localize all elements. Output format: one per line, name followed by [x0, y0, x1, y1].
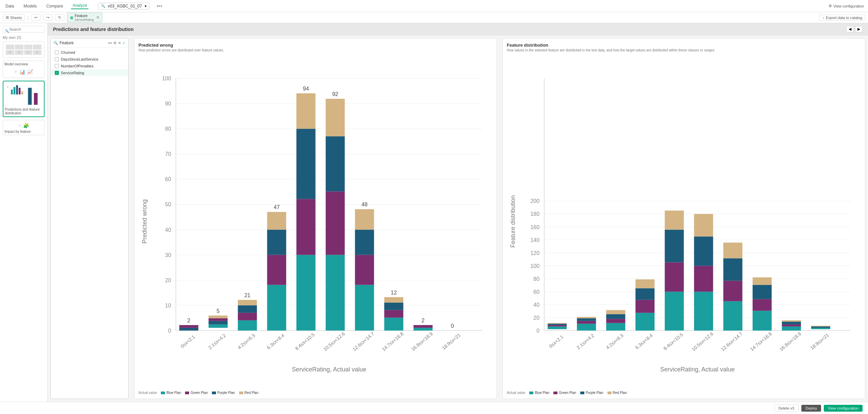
refresh-btn[interactable]: ↻	[55, 14, 64, 21]
export-btn[interactable]: ↑ Export data to catalog	[819, 15, 865, 21]
feature-dist-title: Feature distribution	[507, 43, 861, 48]
svg-text:10.5≤x<12.6: 10.5≤x<12.6	[691, 331, 715, 352]
svg-text:12.6≤x<14.7: 12.6≤x<14.7	[352, 331, 375, 352]
nav-data[interactable]: Data	[4, 4, 15, 9]
svg-text:8.4≤x<10.5: 8.4≤x<10.5	[294, 332, 316, 351]
charts-row: 🔍 Feature ••• ⚙ ✕ ✓ Churned	[48, 35, 868, 402]
feature-item-servicerating[interactable]: ✓ ServiceRating	[51, 69, 128, 76]
settings-icon-sm[interactable]: ⚙	[113, 41, 117, 45]
sidebar: 🔍 My own (3) + + + +	[0, 23, 48, 402]
svg-text:4.2≤x<6.3: 4.2≤x<6.3	[605, 333, 624, 350]
checkbox-churned[interactable]	[55, 50, 59, 54]
svg-rect-46	[267, 230, 286, 255]
sidebar-card-impact[interactable]: + 🧩 Impact by feature	[3, 120, 45, 135]
svg-text:60: 60	[533, 289, 539, 295]
svg-rect-139	[753, 277, 772, 285]
svg-text:80: 80	[533, 276, 539, 282]
svg-text:90: 90	[165, 101, 171, 107]
delete-btn[interactable]: Delete v3	[774, 404, 799, 412]
fd-bar-5	[694, 214, 713, 330]
svg-rect-35	[208, 321, 228, 324]
svg-text:16.8≤x<18.9: 16.8≤x<18.9	[410, 331, 434, 352]
search-input[interactable]	[3, 26, 45, 33]
svg-text:6.3≤x<8.4: 6.3≤x<8.4	[266, 333, 285, 350]
legend-label-purple-1: Purple Plan	[217, 391, 235, 395]
svg-rect-118	[606, 314, 625, 319]
svg-text:4.2≤x<6.3: 4.2≤x<6.3	[236, 333, 256, 350]
svg-rect-44	[267, 285, 286, 331]
grid-icon: ⊞	[6, 15, 9, 20]
sidebar-card-predictions[interactable]: + Predictions and feature distribution	[3, 81, 45, 117]
svg-text:2.1≤x<4.2: 2.1≤x<4.2	[575, 333, 595, 350]
fd-bar-7	[753, 277, 772, 331]
svg-text:92: 92	[332, 91, 338, 97]
tab-name: Feature	[74, 14, 94, 18]
checkbox-penalties[interactable]	[55, 64, 59, 68]
svg-rect-0	[11, 90, 13, 94]
feature-item-penalties[interactable]: NumberOfPenalties	[51, 63, 128, 69]
sidebar-card-mini[interactable]: + + + +	[3, 42, 45, 58]
redo-btn[interactable]: ↪	[43, 14, 52, 21]
sidebar-card-model-overview[interactable]: Model overview + 📊 📈	[3, 61, 45, 78]
sheets-btn[interactable]: ⊞ Sheets	[3, 14, 25, 21]
legend-green-2: Green Plan	[553, 391, 576, 395]
svg-rect-67	[384, 297, 403, 303]
bar-group-1: 5	[208, 308, 228, 328]
nav-models[interactable]: Models	[22, 4, 38, 9]
svg-rect-70	[414, 325, 433, 328]
svg-rect-32	[179, 325, 198, 328]
svg-rect-5	[28, 88, 32, 105]
svg-rect-129	[694, 266, 713, 292]
fd-bar-3	[635, 280, 654, 331]
svg-rect-113	[577, 321, 596, 324]
legend-color-red-1	[239, 392, 243, 394]
svg-text:120: 120	[530, 250, 539, 256]
svg-rect-142	[782, 322, 801, 324]
feature-distribution-panel: Feature distribution How values in the s…	[502, 38, 865, 399]
view-configuration-btn[interactable]: ⚙ View configuration	[829, 4, 864, 8]
feature-panel-title: Feature	[60, 41, 106, 45]
checkbox-days[interactable]	[55, 57, 59, 61]
feature-dist-chart: Feature distribution 0 20 40 60 80	[507, 55, 861, 388]
svg-text:0: 0	[536, 328, 539, 334]
more-options-icon[interactable]: •••	[156, 3, 162, 9]
svg-text:2: 2	[187, 318, 190, 323]
legend-purple-2: Purple Plan	[580, 391, 603, 395]
svg-text:18.9≤x<21: 18.9≤x<21	[441, 332, 462, 351]
feature-dist-legend: Actual value Blue Plan Green Plan Purple…	[507, 391, 861, 395]
legend-label-green-1: Green Plan	[190, 391, 208, 395]
feature-panel: 🔍 Feature ••• ⚙ ✕ ✓ Churned	[50, 38, 129, 399]
checkbox-servicerating[interactable]: ✓	[55, 71, 59, 75]
fd-bar-4	[665, 210, 684, 330]
feature-item-churned[interactable]: Churned	[51, 49, 128, 56]
feature-label-servicerating: ServiceRating	[61, 71, 84, 75]
close-icon[interactable]: ✕	[118, 41, 121, 45]
undo-btn[interactable]: ↩	[31, 14, 40, 21]
svg-rect-3	[19, 88, 20, 95]
svg-text:200: 200	[530, 198, 539, 204]
page-header: Predictions and feature distribution ◀ ▶	[48, 23, 868, 35]
svg-rect-128	[694, 292, 713, 331]
bar-group-8: 2	[414, 318, 433, 331]
svg-text:14.7≤x<16.8: 14.7≤x<16.8	[749, 331, 773, 352]
svg-rect-52	[296, 93, 315, 129]
nav-analyze[interactable]: Analyze	[71, 3, 88, 9]
predicted-wrong-chart: Predicted wrong 0 10 20 30 40	[138, 55, 493, 388]
svg-rect-120	[635, 313, 654, 331]
model-selector[interactable]: 🔍 v03_XGBC_01_07 ▾	[98, 3, 150, 10]
deploy-btn[interactable]: Deploy	[801, 405, 821, 412]
divider: |	[28, 15, 29, 20]
feature-tab[interactable]: ▦ Feature ServiceRating ✕	[67, 13, 102, 23]
svg-text:Feature distribution: Feature distribution	[510, 195, 516, 248]
svg-text:14.7≤x<16.8: 14.7≤x<16.8	[381, 331, 405, 352]
nav-compare[interactable]: Compare	[45, 4, 64, 9]
feature-item-days[interactable]: DaysSinceLastService	[51, 56, 128, 63]
more-icon[interactable]: •••	[108, 41, 112, 45]
svg-rect-117	[606, 319, 625, 323]
next-btn[interactable]: ▶	[855, 26, 863, 32]
view-config-btn[interactable]: View configuration	[824, 405, 863, 412]
tab-close-icon[interactable]: ✕	[96, 15, 99, 20]
check-icon[interactable]: ✓	[122, 41, 126, 45]
svg-rect-109	[548, 325, 567, 327]
prev-btn[interactable]: ◀	[846, 26, 854, 32]
